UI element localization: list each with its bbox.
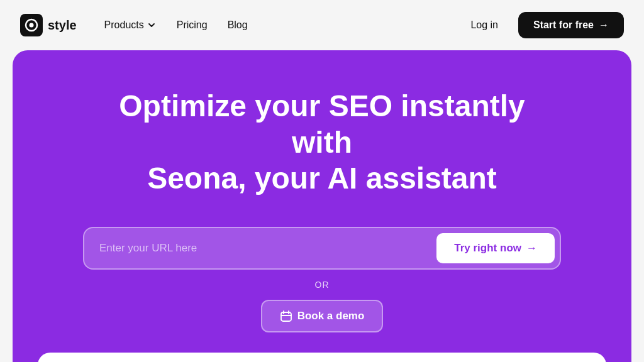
calendar-icon: [280, 310, 292, 322]
logo-icon: [20, 14, 43, 36]
navbar: style Products Pricing Blog Log in Start…: [0, 0, 644, 50]
seona-card: Seona Optimize SEO: [38, 353, 606, 362]
logo-text: style: [48, 18, 77, 33]
nav-link-pricing[interactable]: Pricing: [169, 14, 215, 36]
arrow-icon: →: [599, 19, 609, 31]
nav-link-products[interactable]: Products: [97, 14, 164, 36]
url-input[interactable]: [89, 234, 431, 262]
hero-title: Optimize your SEO instantly with Seona, …: [102, 88, 542, 197]
hero-section: Optimize your SEO instantly with Seona, …: [13, 50, 631, 362]
or-divider: OR: [315, 280, 330, 290]
arrow-icon: →: [526, 242, 537, 255]
nav-left: style Products Pricing Blog: [20, 14, 255, 36]
book-demo-button[interactable]: Book a demo: [261, 300, 384, 332]
nav-links: Products Pricing Blog: [97, 14, 255, 36]
svg-point-1: [30, 23, 34, 28]
logo[interactable]: style: [20, 14, 77, 36]
nav-link-blog[interactable]: Blog: [220, 14, 255, 36]
url-form: Try right now →: [83, 227, 561, 270]
login-button[interactable]: Log in: [460, 14, 508, 36]
nav-right: Log in Start for free →: [460, 12, 624, 38]
chevron-down-icon: [147, 20, 157, 30]
start-for-free-button[interactable]: Start for free →: [518, 12, 624, 38]
svg-rect-2: [281, 312, 291, 321]
try-right-now-button[interactable]: Try right now →: [436, 233, 555, 263]
